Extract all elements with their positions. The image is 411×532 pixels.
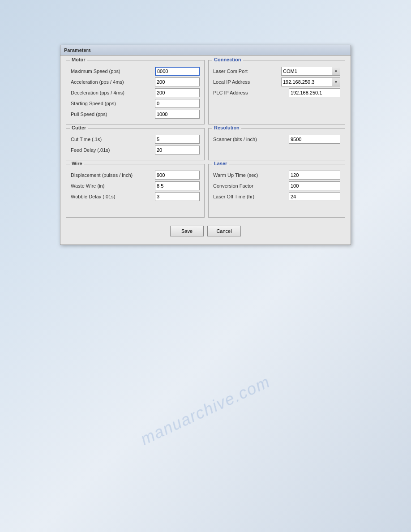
local-ip-wrapper: ▼	[281, 77, 340, 86]
displacement-input[interactable]	[155, 171, 200, 180]
dialog-content: Motor Maximum Speed (pps) Acceleration (…	[60, 56, 351, 245]
acceleration-input[interactable]	[155, 77, 200, 86]
motor-legend: Motor	[70, 57, 87, 62]
starting-speed-input[interactable]	[155, 99, 200, 108]
resolution-legend: Resolution	[212, 125, 241, 130]
acceleration-label: Acceleration (pps / 4ms)	[71, 79, 155, 85]
cutter-legend: Cutter	[70, 125, 88, 130]
connection-field-row-1: Local IP Address ▼	[213, 77, 340, 86]
connection-field-row-0: Laser Com Port ▼	[213, 67, 340, 76]
max-speed-input[interactable]	[155, 67, 200, 76]
motor-field-row-3: Starting Speed (pps)	[71, 99, 200, 108]
parameters-dialog: Parameters Motor Maximum Speed (pps) Acc…	[60, 45, 351, 245]
local-ip-dropdown-arrow[interactable]: ▼	[332, 77, 340, 86]
laser-off-time-input[interactable]	[289, 192, 340, 201]
dialog-title: Parameters	[64, 47, 91, 53]
resolution-panel: Resolution Scanner (bits / inch)	[208, 128, 345, 160]
conversion-factor-input[interactable]	[289, 181, 340, 190]
conversion-factor-label: Conversion Factor	[213, 183, 289, 189]
motor-field-row-0: Maximum Speed (pps)	[71, 67, 200, 76]
scanner-input[interactable]	[289, 135, 340, 144]
wobble-delay-input[interactable]	[155, 192, 200, 201]
cutter-field-row-0: Cut Time (.1s)	[71, 135, 200, 144]
wobble-delay-label: Wobble Delay (.01s)	[71, 194, 155, 199]
laser-com-port-input[interactable]	[281, 67, 333, 76]
cutter-panel: Cutter Cut Time (.1s) Feed Delay (.01s)	[66, 128, 205, 160]
laser-field-row-1: Conversion Factor	[213, 181, 340, 190]
max-speed-label: Maximum Speed (pps)	[71, 69, 155, 74]
laser-com-port-wrapper: ▼	[281, 67, 340, 76]
save-button[interactable]: Save	[170, 226, 204, 236]
warm-up-label: Warm Up Time (sec)	[213, 172, 289, 178]
row-motor-connection: Motor Maximum Speed (pps) Acceleration (…	[66, 60, 345, 124]
waste-wire-input[interactable]	[155, 181, 200, 190]
motor-field-row-4: Pull Speed (pps)	[71, 110, 200, 119]
dialog-titlebar: Parameters	[60, 45, 351, 56]
connection-field-row-2: PLC IP Address	[213, 88, 340, 97]
pull-speed-input[interactable]	[155, 110, 200, 119]
starting-speed-label: Starting Speed (pps)	[71, 101, 155, 106]
laser-field-row-0: Warm Up Time (sec)	[213, 171, 340, 180]
motor-panel: Motor Maximum Speed (pps) Acceleration (…	[66, 60, 205, 124]
warm-up-input[interactable]	[289, 171, 340, 180]
laser-off-time-label: Laser Off Time (hr)	[213, 194, 289, 199]
plc-ip-input[interactable]	[289, 88, 340, 97]
resolution-field-row-0: Scanner (bits / inch)	[213, 135, 340, 144]
cut-time-label: Cut Time (.1s)	[71, 137, 155, 142]
laser-field-row-2: Laser Off Time (hr)	[213, 192, 340, 201]
scanner-label: Scanner (bits / inch)	[213, 137, 289, 142]
watermark: manuarchive.com	[138, 373, 273, 449]
motor-field-row-2: Deceleration (pps / 4ms)	[71, 88, 200, 97]
connection-legend: Connection	[212, 57, 243, 62]
deceleration-input[interactable]	[155, 88, 200, 97]
wire-legend: Wire	[70, 161, 84, 166]
local-ip-label: Local IP Address	[213, 79, 281, 85]
laser-panel: Laser Warm Up Time (sec) Conversion Fact…	[208, 164, 345, 218]
wire-field-row-0: Displacement (pulses / inch)	[71, 171, 200, 180]
wire-panel: Wire Displacement (pulses / inch) Waste …	[66, 164, 205, 218]
cancel-button[interactable]: Cancel	[207, 226, 241, 236]
deceleration-label: Deceleration (pps / 4ms)	[71, 90, 155, 95]
button-row: Save Cancel	[66, 221, 345, 240]
waste-wire-label: Waste Wire (in)	[71, 183, 155, 189]
feed-delay-label: Feed Delay (.01s)	[71, 147, 155, 153]
laser-com-port-label: Laser Com Port	[213, 69, 281, 74]
cut-time-input[interactable]	[155, 135, 200, 144]
plc-ip-label: PLC IP Address	[213, 90, 289, 95]
feed-delay-input[interactable]	[155, 146, 200, 154]
row-wire-laser: Wire Displacement (pulses / inch) Waste …	[66, 164, 345, 218]
row-cutter-resolution: Cutter Cut Time (.1s) Feed Delay (.01s) …	[66, 128, 345, 160]
laser-legend: Laser	[212, 161, 229, 166]
motor-field-row-1: Acceleration (pps / 4ms)	[71, 77, 200, 86]
wire-field-row-1: Waste Wire (in)	[71, 181, 200, 190]
local-ip-input[interactable]	[281, 77, 333, 86]
laser-com-port-dropdown-arrow[interactable]: ▼	[332, 67, 340, 76]
displacement-label: Displacement (pulses / inch)	[71, 172, 155, 178]
pull-speed-label: Pull Speed (pps)	[71, 112, 155, 117]
cutter-field-row-1: Feed Delay (.01s)	[71, 146, 200, 154]
wire-field-row-2: Wobble Delay (.01s)	[71, 192, 200, 201]
connection-panel: Connection Laser Com Port ▼ Local IP Add…	[208, 60, 345, 124]
